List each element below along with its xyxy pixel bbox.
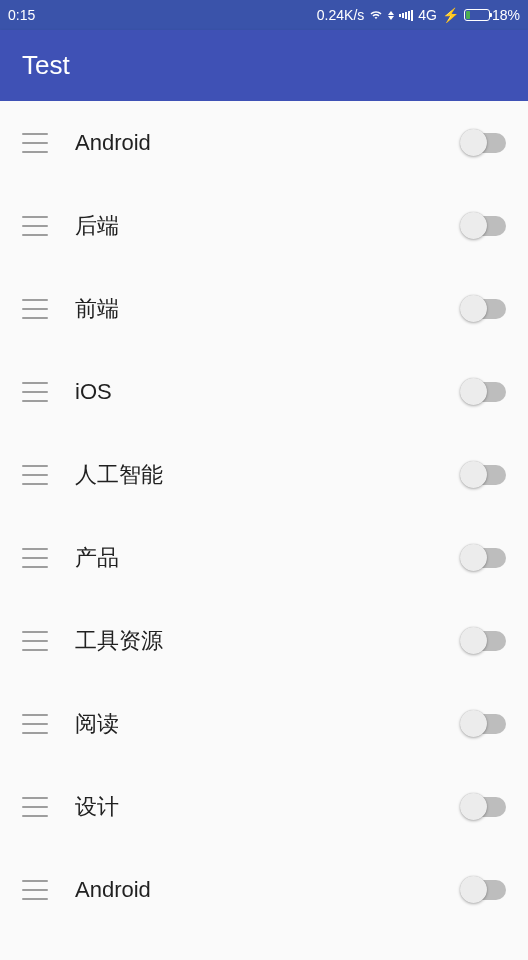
battery-indicator: 18% xyxy=(464,7,520,23)
app-bar: Test xyxy=(0,30,528,101)
list-item[interactable]: 产品 xyxy=(0,516,528,599)
list-item[interactable]: 人工智能 xyxy=(0,433,528,516)
signal-icon xyxy=(399,9,413,21)
list-item-label: 设计 xyxy=(75,792,462,822)
list-item[interactable]: 后端 xyxy=(0,184,528,267)
toggle-switch[interactable] xyxy=(462,631,506,651)
app-bar-title: Test xyxy=(22,50,70,81)
list-item-label: Android xyxy=(75,130,462,156)
network-type: 4G xyxy=(418,7,437,23)
toggle-switch[interactable] xyxy=(462,133,506,153)
data-updown-icon xyxy=(388,11,394,20)
category-list[interactable]: Android 后端 前端 iOS 人工智能 产品 工具资源 阅读 设计 xyxy=(0,101,528,931)
list-item-label: 人工智能 xyxy=(75,460,462,490)
toggle-switch[interactable] xyxy=(462,299,506,319)
list-item-label: 前端 xyxy=(75,294,462,324)
drag-handle-icon[interactable] xyxy=(22,382,48,402)
toggle-switch[interactable] xyxy=(462,382,506,402)
net-speed: 0.24K/s xyxy=(317,7,364,23)
list-item-label: iOS xyxy=(75,379,462,405)
list-item-label: 阅读 xyxy=(75,709,462,739)
drag-handle-icon[interactable] xyxy=(22,797,48,817)
battery-icon xyxy=(464,9,490,21)
status-bar: 0:15 0.24K/s 4G ⚡ 18% xyxy=(0,0,528,30)
drag-handle-icon[interactable] xyxy=(22,631,48,651)
toggle-switch[interactable] xyxy=(462,465,506,485)
status-icons-area: 0.24K/s 4G ⚡ 18% xyxy=(317,7,520,23)
list-item-label: 产品 xyxy=(75,543,462,573)
status-time-area: 0:15 xyxy=(8,7,35,23)
list-item[interactable]: iOS xyxy=(0,350,528,433)
list-item[interactable]: 前端 xyxy=(0,267,528,350)
drag-handle-icon[interactable] xyxy=(22,880,48,900)
list-item-label: 工具资源 xyxy=(75,626,462,656)
list-item[interactable]: 阅读 xyxy=(0,682,528,765)
toggle-switch[interactable] xyxy=(462,797,506,817)
list-item-label: Android xyxy=(75,877,462,903)
drag-handle-icon[interactable] xyxy=(22,216,48,236)
wifi-icon xyxy=(369,9,383,21)
list-item[interactable]: Android xyxy=(0,101,528,184)
drag-handle-icon[interactable] xyxy=(22,465,48,485)
drag-handle-icon[interactable] xyxy=(22,299,48,319)
list-item[interactable]: Android xyxy=(0,848,528,931)
toggle-switch[interactable] xyxy=(462,880,506,900)
charging-icon: ⚡ xyxy=(442,7,459,23)
drag-handle-icon[interactable] xyxy=(22,548,48,568)
drag-handle-icon[interactable] xyxy=(22,714,48,734)
toggle-switch[interactable] xyxy=(462,216,506,236)
list-item-label: 后端 xyxy=(75,211,462,241)
toggle-switch[interactable] xyxy=(462,714,506,734)
drag-handle-icon[interactable] xyxy=(22,133,48,153)
toggle-switch[interactable] xyxy=(462,548,506,568)
battery-percent: 18% xyxy=(492,7,520,23)
list-item[interactable]: 设计 xyxy=(0,765,528,848)
status-time: 0:15 xyxy=(8,7,35,23)
list-item[interactable]: 工具资源 xyxy=(0,599,528,682)
